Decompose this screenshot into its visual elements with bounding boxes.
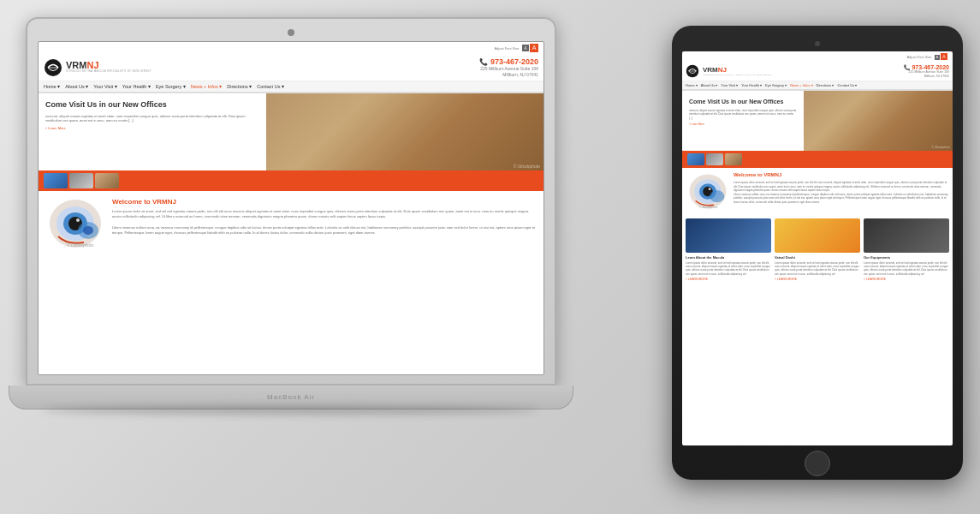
tablet-welcome-title-plain: Welcome to	[734, 172, 763, 177]
tablet-header-right: 📞 973-467-2020 225 Millburn Avenue Suite…	[904, 64, 949, 78]
tablet-address-line1: 225 Millburn Avenue Suite 106	[904, 70, 949, 75]
address-line2: Millburn, NJ 07041	[479, 72, 538, 78]
phone-icon: 📞	[479, 58, 488, 66]
laptop-screen: Adjust Font Size A A	[38, 41, 544, 375]
thumbnail-1[interactable]	[44, 173, 68, 188]
logo-tagline: VITREOUS RETINA MACULA SPECIALISTS OF NE…	[66, 70, 151, 74]
tablet-thumbnail-2[interactable]	[706, 153, 723, 165]
tablet-card-3: Our Equipments Lorem ipsum dolor sit ame…	[864, 218, 949, 281]
svg-point-16	[709, 188, 711, 190]
tablet-device: Adjust Font Size A A	[672, 26, 963, 488]
tablet-logo-text: VRMNJ VITREOUS RETINA MACULA SPECIALISTS…	[703, 67, 772, 76]
svg-text:© iStockphoto: © iStockphoto	[698, 206, 717, 209]
laptop-shadow	[43, 406, 539, 415]
tablet-nav-contact[interactable]: Contact Us ▾	[837, 83, 857, 87]
tablet-card-2: Vatsal Doshi Lorem ipsum dolor sit amet,…	[775, 218, 860, 281]
tablet-nav-about[interactable]: About Us ▾	[701, 83, 718, 87]
nav-surgery[interactable]: Eye Surgery ▾	[156, 84, 186, 89]
tablet-website: Adjust Font Size A A	[682, 51, 953, 445]
adjust-font-label: Adjust Font Size	[494, 46, 519, 51]
welcome-title: Welcome to VRMNJ	[112, 198, 537, 206]
font-size-small[interactable]: A	[522, 45, 529, 51]
tablet-card-text-1: Lorem ipsum dolor sit amet, sed vel nisl…	[686, 261, 771, 276]
svg-point-17	[710, 190, 724, 202]
tablet-card-title-1: Learn About the Macula	[686, 255, 771, 260]
tablet-thumbnail-3[interactable]	[725, 153, 742, 165]
nav-directions[interactable]: Directions ▾	[227, 84, 252, 89]
tablet-logo-nj: NJ	[718, 66, 727, 74]
hero-section: Come Visit Us in our New Offices nescunt…	[39, 93, 543, 170]
tablet-card-link-1[interactable]: » LEARN MORE	[686, 278, 771, 281]
tablet-header: VRMNJ VITREOUS RETINA MACULA SPECIALISTS…	[682, 62, 953, 81]
tablet-nav-directions[interactable]: Directions ▾	[817, 83, 834, 87]
tablet-nav-home[interactable]: Home ▾	[686, 83, 698, 87]
nav-visit[interactable]: Your Visit ▾	[93, 84, 116, 89]
tablet-phone-number[interactable]: 973-467-2020	[912, 64, 949, 70]
tablet-card-title-3: Our Equipments	[864, 255, 949, 260]
tablet-thumbnail-1[interactable]	[687, 153, 704, 165]
tablet-adjust-font-label: Adjust Font Size	[906, 55, 931, 59]
header-right: 📞 973-467-2020 225 Millburn Avenue Suite…	[479, 57, 538, 77]
logo-area: VRMNJ VITREOUS RETINA MACULA SPECIALISTS…	[44, 58, 151, 77]
tablet-adjust-font-area: Adjust Font Size A A	[682, 51, 953, 62]
tablet-card-link-3[interactable]: » LEARN MORE	[864, 278, 949, 281]
tablet-card-image-1	[686, 218, 771, 253]
tablet-welcome-body-2: Libero vivamus nullam urna, ea vivamus n…	[734, 193, 948, 205]
nav-home[interactable]: Home ▾	[44, 84, 60, 89]
tablet-home-button[interactable]	[805, 451, 830, 476]
thumbnail-3[interactable]	[95, 173, 119, 188]
tablet-card-image-3	[864, 218, 949, 253]
tablet-nav-surgery[interactable]: Eye Surgery ▾	[765, 83, 787, 87]
tablet-nav-bar: Home ▾ About Us ▾ Your Visit ▾ Your Heal…	[682, 81, 953, 91]
logo-text: VRMNJ VITREOUS RETINA MACULA SPECIALISTS…	[66, 61, 151, 74]
thumbnail-2[interactable]	[69, 173, 93, 188]
tablet-nav-visit[interactable]: Your Visit ▾	[721, 83, 738, 87]
nav-contact[interactable]: Contact Us ▾	[257, 84, 284, 89]
logo-icon	[44, 58, 62, 77]
tablet-camera	[815, 41, 820, 46]
tablet-hero-learn-more[interactable]: » Learn More	[689, 123, 797, 126]
nav-health[interactable]: Your Health ▾	[122, 84, 151, 89]
tablet-welcome-body-1: Lorem ipsum dolor sit amet, sed vel nisl…	[734, 181, 948, 193]
tablet-hero-title: Come Visit Us in our New Offices	[689, 98, 797, 105]
tablet-font-large[interactable]: A	[941, 53, 947, 60]
tablet-screen: Adjust Font Size A A	[682, 51, 953, 445]
tablet-card-link-2[interactable]: » LEARN MORE	[775, 278, 860, 281]
tablet-hero-image: © iStockphoto	[804, 91, 953, 151]
tablet-logo-icon	[686, 64, 699, 78]
welcome-title-plain: Welcome to	[112, 198, 152, 206]
tablet-welcome-text-area: Welcome to VRMNJ Lorem ipsum dolor sit a…	[734, 172, 948, 204]
watermark: © iStockphoto	[514, 164, 540, 169]
welcome-body-1: Lorem ipsum dolor sit amet, sed vel nisl…	[112, 209, 537, 219]
site-header: VRMNJ VITREOUS RETINA MACULA SPECIALISTS…	[39, 54, 543, 81]
tablet-nav-health[interactable]: Your Health ▾	[741, 83, 762, 87]
nav-news[interactable]: News + Infos ▾	[191, 84, 222, 89]
tablet-card-text-3: Lorem ipsum dolor sit amet, sed vel nisl…	[864, 261, 949, 276]
tablet-card-title-2: Vatsal Doshi	[775, 255, 860, 260]
svg-point-8	[83, 226, 93, 235]
hero-image-bg: © iStockphoto	[266, 93, 544, 170]
tablet-nav-news[interactable]: News + Infos ▾	[790, 83, 812, 87]
tablet-watermark: © iStockphoto	[931, 146, 950, 149]
welcome-title-colored: VRMNJ	[152, 198, 176, 206]
tablet-hero-section: Come Visit Us in our New Offices nescunt…	[682, 91, 953, 151]
svg-point-6	[76, 218, 80, 222]
tablet-hero-text-area: Come Visit Us in our New Offices nescunt…	[682, 91, 804, 151]
tablet-card-1: Learn About the Macula Lorem ipsum dolor…	[686, 218, 771, 281]
phone-number[interactable]: 973-467-2020	[490, 57, 538, 66]
tablet-welcome-title-colored: VRMNJ	[763, 172, 781, 177]
nav-bar: Home ▾ About Us ▾ Your Visit ▾ Your Heal…	[39, 81, 543, 93]
tablet-welcome-section: © iStockphoto Welcome to VRMNJ Lorem ips…	[682, 168, 953, 215]
tablet-thumbnail-strip	[682, 151, 953, 168]
nav-about[interactable]: About Us ▾	[65, 84, 88, 89]
tablet-hero-image-bg: © iStockphoto	[804, 91, 953, 151]
hero-image: © iStockphoto	[266, 93, 544, 170]
tablet-font-small[interactable]: A	[935, 55, 940, 60]
tablet-eye-image: © iStockphoto	[686, 172, 729, 211]
tablet-phone-icon: 📞	[904, 64, 910, 70]
hero-learn-more[interactable]: » Learn More	[45, 126, 259, 130]
svg-text:© iStockphoto: © iStockphoto	[67, 242, 93, 248]
tablet-hero-body: nescunt, aliquet mauris egestas et amet …	[689, 109, 797, 120]
tablet-cards-section: Learn About the Macula Lorem ipsum dolor…	[682, 215, 953, 284]
font-size-large[interactable]: A	[530, 44, 538, 52]
